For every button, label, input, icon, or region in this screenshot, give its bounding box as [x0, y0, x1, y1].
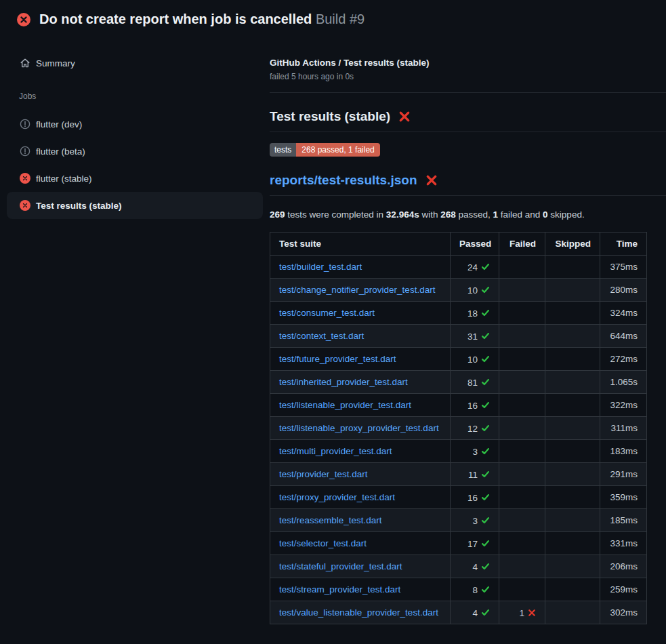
table-row: test/multi_provider_test.dart3183ms — [270, 440, 647, 463]
suite-cell: test/listenable_provider_test.dart — [270, 394, 451, 417]
suite-link[interactable]: test/builder_test.dart — [279, 262, 362, 272]
suite-cell: test/proxy_provider_test.dart — [270, 486, 451, 509]
skipped-cell — [545, 532, 600, 555]
skipped-cell — [545, 417, 600, 440]
skipped-cell — [545, 486, 600, 509]
failed-cell — [499, 348, 545, 371]
table-row: test/listenable_provider_test.dart16322m… — [270, 394, 647, 417]
time-cell: 375ms — [600, 256, 647, 279]
table-row: test/future_provider_test.dart10272ms — [270, 348, 647, 371]
suite-cell: test/listenable_proxy_provider_test.dart — [270, 417, 451, 440]
failed-cell — [499, 302, 545, 325]
skipped-cell — [545, 578, 600, 601]
suite-link[interactable]: test/inherited_provider_test.dart — [279, 377, 408, 387]
sidebar-item-label: Summary — [36, 58, 75, 68]
failed-cell — [499, 555, 545, 578]
suite-link[interactable]: test/stateful_provider_test.dart — [279, 561, 402, 571]
sidebar-item-job-1[interactable]: flutter (beta) — [7, 138, 263, 165]
failed-status-icon — [17, 13, 30, 26]
suite-link[interactable]: test/reassemble_test.dart — [279, 515, 382, 525]
passed-cell: 81 — [451, 371, 499, 394]
sidebar-item-summary[interactable]: Summary — [7, 49, 263, 77]
sidebar-item-job-0[interactable]: flutter (dev) — [7, 110, 263, 138]
time-cell: 331ms — [600, 532, 647, 555]
check-icon — [481, 331, 490, 340]
sidebar-item-job-3[interactable]: Test results (stable) — [7, 192, 263, 219]
check-icon — [481, 585, 490, 594]
suite-link[interactable]: test/selector_test.dart — [279, 538, 367, 548]
failed-cell — [499, 371, 545, 394]
time-cell: 183ms — [600, 440, 647, 463]
col-skipped: Skipped — [545, 233, 600, 256]
check-header: Do not create report when job is cancell… — [0, 0, 666, 39]
suite-link[interactable]: test/proxy_provider_test.dart — [279, 492, 395, 502]
status-line: failed 5 hours ago in 0s — [270, 72, 666, 81]
skipped-cell — [545, 463, 600, 486]
passed-cell: 3 — [451, 440, 499, 463]
skipped-cell — [545, 394, 600, 417]
x-icon — [528, 609, 536, 617]
time-cell: 324ms — [600, 302, 647, 325]
page-title-row: Do not create report when job is cancell… — [39, 12, 365, 27]
failed-status-icon — [20, 173, 30, 184]
table-row: test/change_notifier_provider_test.dart1… — [270, 279, 647, 302]
sidebar-item-job-2[interactable]: flutter (stable) — [7, 165, 263, 192]
passed-cell: 16 — [451, 394, 499, 417]
jobs-section-label: Jobs — [19, 92, 270, 101]
build-number: Build #9 — [316, 12, 365, 26]
failed-cell: 1 — [499, 601, 545, 624]
check-icon — [481, 308, 490, 317]
suite-link[interactable]: test/stream_provider_test.dart — [279, 584, 400, 595]
main-content: GitHub Actions / Test results (stable) f… — [270, 39, 666, 644]
passed-cell: 12 — [451, 417, 499, 440]
table-row: test/reassemble_test.dart3185ms — [270, 509, 647, 532]
passed-cell: 31 — [451, 325, 499, 348]
suite-link[interactable]: test/listenable_proxy_provider_test.dart — [279, 423, 439, 433]
suite-cell: test/stateful_provider_test.dart — [270, 555, 451, 578]
time-cell: 185ms — [600, 509, 647, 532]
suite-link[interactable]: test/context_test.dart — [279, 331, 364, 341]
suite-link[interactable]: test/consumer_test.dart — [279, 308, 375, 318]
report-link[interactable]: reports/test-results.json — [270, 172, 417, 189]
passed-cell: 4 — [451, 601, 499, 624]
suite-link[interactable]: test/listenable_provider_test.dart — [279, 400, 411, 410]
skipped-cell — [545, 325, 600, 348]
section-title-text: Test results (stable) — [270, 108, 390, 125]
check-icon — [481, 447, 490, 456]
badge-label: tests — [270, 143, 296, 157]
sidebar: Summary Jobs flutter (dev)flutter (beta)… — [0, 39, 270, 644]
table-row: test/builder_test.dart24375ms — [270, 256, 647, 279]
time-cell: 311ms — [600, 417, 647, 440]
table-row: test/stream_provider_test.dart8259ms — [270, 578, 647, 601]
passed-cell: 17 — [451, 532, 499, 555]
suite-link[interactable]: test/future_provider_test.dart — [279, 354, 396, 364]
suite-cell: test/consumer_test.dart — [270, 302, 451, 325]
failed-cell — [499, 440, 545, 463]
passed-cell: 10 — [451, 279, 499, 302]
passed-cell: 11 — [451, 463, 499, 486]
check-icon — [481, 608, 490, 617]
suite-link[interactable]: test/change_notifier_provider_test.dart — [279, 285, 435, 295]
skipped-cell — [545, 256, 600, 279]
divider — [270, 92, 666, 93]
passed-cell: 3 — [451, 509, 499, 532]
table-header-row: Test suite Passed Failed Skipped Time — [270, 233, 647, 256]
table-row: test/listenable_proxy_provider_test.dart… — [270, 417, 647, 440]
table-row: test/provider_test.dart11291ms — [270, 463, 647, 486]
table-row: test/proxy_provider_test.dart16359ms — [270, 486, 647, 509]
suite-cell: test/provider_test.dart — [270, 463, 451, 486]
passed-cell: 18 — [451, 302, 499, 325]
skipped-cell — [545, 509, 600, 532]
home-icon — [20, 58, 30, 68]
failed-cell — [499, 509, 545, 532]
check-icon — [481, 424, 490, 432]
col-time: Time — [600, 233, 647, 256]
suite-link[interactable]: test/multi_provider_test.dart — [279, 446, 392, 456]
skipped-cell — [545, 601, 600, 624]
time-cell: 359ms — [600, 486, 647, 509]
check-icon — [481, 470, 490, 479]
suite-link[interactable]: test/provider_test.dart — [279, 469, 368, 479]
suite-link[interactable]: test/value_listenable_provider_test.dart — [279, 607, 438, 618]
time-cell: 291ms — [600, 463, 647, 486]
summary-line: 269 tests were completed in 32.964s with… — [270, 209, 666, 220]
